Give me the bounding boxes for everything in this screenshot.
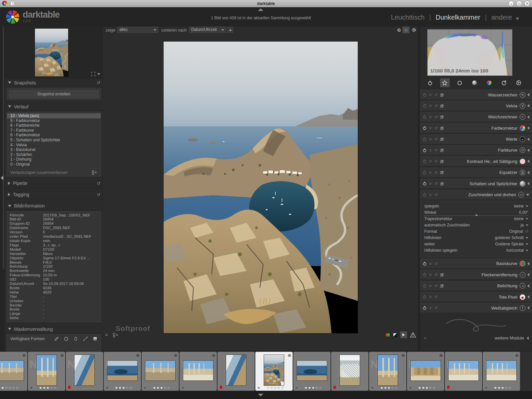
module-power-icon[interactable] <box>423 93 427 97</box>
module-reset-icon[interactable]: ↺ <box>434 306 438 310</box>
module-expander-icon[interactable] <box>527 182 529 185</box>
module-multi-instance-icon[interactable] <box>440 284 444 288</box>
thumbnail-image[interactable] <box>107 360 138 381</box>
module-multi-instance-icon[interactable] <box>440 171 444 174</box>
thumbnail-image[interactable] <box>74 354 95 386</box>
module-tote-pixel[interactable]: ≡↺Tote Pixel <box>420 292 532 302</box>
mask-path-icon[interactable] <box>83 336 88 341</box>
group-membership-icon[interactable]: ⊗ <box>212 353 215 358</box>
softproof-toggle-icon[interactable] <box>400 332 407 338</box>
module-multi-instance-icon[interactable] <box>440 115 444 119</box>
favorites-filter-icon[interactable]: ☆ <box>403 27 409 33</box>
history-section-header[interactable]: Verlauf <box>5 102 103 111</box>
star-rating[interactable]: ★☆☆☆☆ <box>266 386 284 390</box>
filmstrip-cell[interactable] <box>217 352 255 391</box>
mask-manager-section-header[interactable]: Maskenverwaltung <box>5 325 103 333</box>
module-wei-abgleich[interactable]: ≡↺Weißabgleich† <box>420 303 532 313</box>
collapse-top-panel-handle[interactable] <box>258 8 263 11</box>
grouping-toggle-icon[interactable]: G <box>397 28 401 33</box>
module-power-icon[interactable] <box>423 137 427 141</box>
module-expander-icon[interactable] <box>526 194 529 196</box>
module-power-icon[interactable] <box>423 115 427 119</box>
module-presets-icon[interactable]: ≡ <box>429 126 432 130</box>
raw-overexposure-icon[interactable] <box>410 332 416 337</box>
module-presets-icon[interactable]: ≡ <box>429 149 432 152</box>
module-reset-icon[interactable]: ↺ <box>434 262 438 265</box>
history-item[interactable]: 4 - Velvia <box>7 143 101 148</box>
history-item[interactable]: 7 - Farbkurve <box>7 128 101 133</box>
module-reset-icon[interactable]: ↺ <box>434 171 438 174</box>
color-label-red-icon[interactable] <box>447 386 450 390</box>
thumbnail-image[interactable] <box>145 360 176 381</box>
close-button[interactable]: ✕ <box>524 1 530 6</box>
module-presets-icon[interactable]: ≡ <box>429 104 432 107</box>
left-panel-scrollbar[interactable] <box>3 27 4 269</box>
filmstrip-cell[interactable]: ⊗✕★★★☆☆ <box>142 352 179 391</box>
combo-caret-icon[interactable] <box>526 224 528 226</box>
module-power-icon[interactable] <box>423 182 427 186</box>
module-expander-icon[interactable] <box>527 149 529 152</box>
module-reset-icon[interactable]: ↺ <box>434 193 438 197</box>
effects-group-tab[interactable] <box>514 78 523 87</box>
gamut-check-icon[interactable] <box>385 333 390 337</box>
module-reset-icon[interactable]: ↺ <box>434 160 438 163</box>
window-titlebar[interactable]: darktable ⌄ ◇ ✕ <box>0 0 532 7</box>
module-presets-icon[interactable]: ≡ <box>429 273 432 276</box>
thumbnail-image[interactable] <box>36 354 57 386</box>
module-multi-instance-icon[interactable] <box>440 104 444 108</box>
filmstrip-cell[interactable]: NEF⊗✕ <box>180 352 217 391</box>
module-expander-icon[interactable] <box>527 171 529 174</box>
duplicate-manager-icon[interactable] <box>112 332 118 337</box>
thumbnail-image[interactable] <box>486 360 517 381</box>
mask-pencil-icon[interactable] <box>54 336 59 341</box>
filmstrip-cell[interactable]: NEF⊗✕★★★☆☆ <box>369 352 406 391</box>
param-weiter[interactable]: weiterGoldene Spirale <box>424 241 528 247</box>
compress-history-row[interactable]: Verlaufsstapel zusammenfassen <box>7 168 101 176</box>
module-multi-instance-icon[interactable] <box>440 126 444 130</box>
thumbnail-image[interactable] <box>226 354 246 386</box>
param-automatisch-zuschneiden[interactable]: automatisch Zuschneidenja <box>424 222 528 228</box>
module-multi-instance-icon[interactable] <box>440 93 444 97</box>
module-reset-icon[interactable]: ↺ <box>434 182 438 185</box>
star-rating[interactable]: ★★★☆☆ <box>494 386 512 390</box>
reject-mark[interactable]: ✕ <box>144 386 146 390</box>
module-reset-icon[interactable]: ↺ <box>434 104 438 107</box>
module-multi-instance-icon[interactable] <box>440 182 444 186</box>
group-membership-icon[interactable]: ⊗ <box>22 353 26 358</box>
combo-caret-icon[interactable] <box>526 250 528 251</box>
module-multi-instance-icon[interactable] <box>440 137 444 141</box>
module-multi-instance-icon[interactable] <box>440 148 444 152</box>
history-item[interactable]: 8 - Farbbereiche <box>7 123 101 128</box>
filmstrip-cell[interactable]: NEF⊗✕★★★☆☆ <box>407 352 444 391</box>
basic-group-tab[interactable] <box>455 78 464 87</box>
param-reset-icon[interactable]: ↺ <box>525 230 528 233</box>
module-power-icon[interactable] <box>423 193 427 197</box>
collapse-filmstrip-handle[interactable] <box>258 394 263 396</box>
view-leuchttisch[interactable]: Leuchttisch <box>391 14 425 21</box>
darkroom-canvas[interactable]: Softproof ≡ <box>103 34 418 340</box>
history-item[interactable]: 2 - Schärfen <box>7 152 101 157</box>
sort-combobox[interactable]: Datum/Uhrzeit <box>189 27 226 33</box>
tone-group-tab[interactable] <box>470 78 479 87</box>
module-presets-icon[interactable]: ≡ <box>429 182 432 185</box>
module-expander-icon[interactable] <box>527 126 529 130</box>
reject-mark[interactable]: ✕ <box>257 386 260 390</box>
reject-mark[interactable]: ✕ <box>106 386 108 390</box>
reject-mark[interactable]: ✕ <box>371 386 374 390</box>
module-zuschneiden-und-drehen[interactable]: ≡↺Zuschneiden und drehen▭ <box>420 190 532 200</box>
group-membership-icon[interactable]: ⊗ <box>60 353 64 358</box>
module-expander-icon[interactable] <box>527 284 529 288</box>
maximize-button[interactable]: ◇ <box>516 1 522 6</box>
combo-caret-icon[interactable] <box>526 237 528 239</box>
module-fleckenentfernung[interactable]: ≡↺Fleckenentfernung⌕ <box>420 270 532 280</box>
module-reset-icon[interactable]: ↺ <box>434 273 438 276</box>
module-multi-instance-icon[interactable] <box>440 160 444 163</box>
mask-circle-icon[interactable] <box>64 336 68 341</box>
history-item[interactable]: 0 - Original <box>7 162 101 167</box>
reject-mark[interactable]: ✕ <box>409 386 412 390</box>
filmstrip-cell[interactable]: ✕★★★☆☆ <box>293 352 331 391</box>
star-rating[interactable]: ★★★☆☆ <box>153 386 171 390</box>
compress-history-icon[interactable] <box>91 170 97 175</box>
module-power-icon[interactable] <box>423 148 427 152</box>
module-expander-icon[interactable] <box>527 93 529 96</box>
